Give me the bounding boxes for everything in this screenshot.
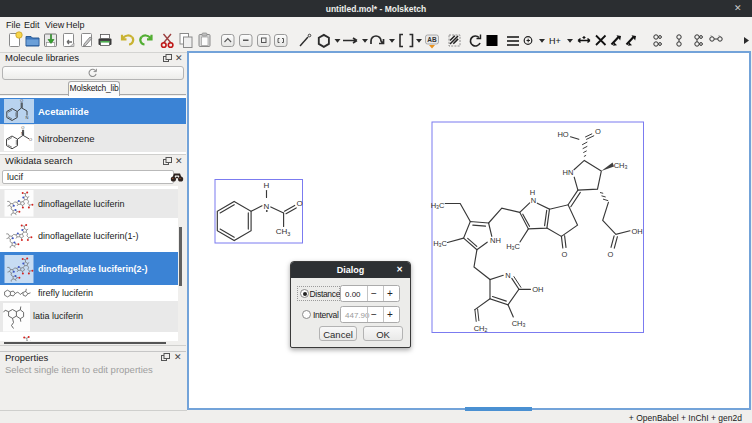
svg-text:CH3: CH3 <box>614 161 628 171</box>
svg-text:O: O <box>296 199 302 208</box>
svg-text:CH2: CH2 <box>474 324 488 334</box>
svg-text:CH3: CH3 <box>512 319 526 329</box>
svg-text:N: N <box>505 271 510 280</box>
svg-text:O: O <box>29 137 32 142</box>
svg-text:H3C: H3C <box>506 242 520 252</box>
svg-text:H+: H+ <box>549 36 561 46</box>
svg-text:H3C: H3C <box>433 239 447 249</box>
svg-text:OH: OH <box>532 285 543 294</box>
svg-text:NH: NH <box>490 236 501 245</box>
svg-text:AB: AB <box>427 36 437 43</box>
svg-text:H: H <box>530 188 535 197</box>
svg-text:O: O <box>21 125 24 130</box>
svg-text:CH3: CH3 <box>276 227 291 237</box>
svg-text:HN: HN <box>563 168 574 177</box>
svg-text:HO: HO <box>557 130 568 139</box>
svg-text:N: N <box>531 196 536 205</box>
svg-text:O: O <box>595 127 601 136</box>
svg-text:O: O <box>562 250 568 259</box>
svg-text:O: O <box>20 98 23 103</box>
svg-text:O: O <box>608 250 614 259</box>
svg-text:N: N <box>264 202 270 211</box>
svg-text:H3C: H3C <box>431 201 445 211</box>
svg-text:N: N <box>21 131 24 136</box>
svg-text:H: H <box>264 181 270 190</box>
svg-text:N: N <box>26 115 29 120</box>
svg-text:OH: OH <box>631 227 642 236</box>
